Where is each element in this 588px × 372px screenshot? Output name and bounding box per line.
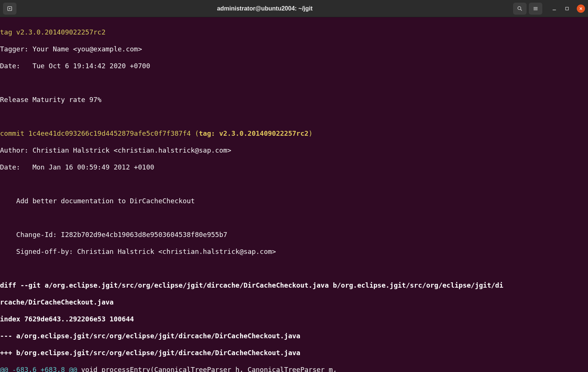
terminal-output[interactable]: tag v2.3.0.201409022257rc2 Tagger: Your … bbox=[0, 17, 588, 372]
svg-line-4 bbox=[521, 9, 522, 10]
commit-tag-ref: tag: v2.3.0.201409022257rc2 bbox=[199, 129, 309, 137]
diff-header-line2: rcache/DirCacheCheckout.java bbox=[0, 298, 588, 307]
minus-file-line: --- a/org.eclipse.jgit/src/org/eclipse/j… bbox=[0, 332, 588, 340]
tag-date-line: Date: Tue Oct 6 19:14:42 2020 +0700 bbox=[0, 62, 588, 70]
signed-off-line: Signed-off-by: Christian Halstrick <chri… bbox=[0, 248, 588, 256]
commit-msg-title: Add better documentation to DirCacheChec… bbox=[0, 197, 588, 206]
plus-file-line: +++ b/org.eclipse.jgit/src/org/eclipse/j… bbox=[0, 349, 588, 357]
new-tab-button[interactable] bbox=[3, 3, 16, 15]
hunk1-range: @@ -683,6 +683,8 @@ bbox=[0, 366, 77, 372]
paren-open: ( bbox=[195, 129, 199, 137]
window-title: administrator@ubuntu2004: ~/jgit bbox=[16, 5, 513, 12]
author-line: Author: Christian Halstrick <christian.h… bbox=[0, 146, 588, 155]
commit-hash: commit 1c4ee41dc093266c19d4452879afe5c0f… bbox=[0, 129, 195, 137]
index-line: index 7629de643..292206e53 100644 bbox=[0, 315, 588, 324]
commit-msg-blank bbox=[0, 214, 588, 222]
hunk1-ctx: void processEntry(CanonicalTreeParser h,… bbox=[77, 366, 337, 372]
close-button[interactable] bbox=[577, 4, 585, 13]
menu-button[interactable] bbox=[529, 3, 542, 15]
svg-rect-9 bbox=[566, 7, 569, 10]
diff-header-line1: diff --git a/org.eclipse.jgit/src/org/ec… bbox=[0, 281, 588, 290]
maximize-button[interactable] bbox=[564, 6, 570, 12]
tag-line: tag v2.3.0.201409022257rc2 bbox=[0, 28, 588, 37]
commit-line: commit 1c4ee41dc093266c19d4452879afe5c0f… bbox=[0, 129, 588, 138]
hunk1-header: @@ -683,6 +683,8 @@ void processEntry(Ca… bbox=[0, 366, 588, 372]
release-line: Release Maturity rate 97% bbox=[0, 96, 588, 104]
change-id-line: Change-Id: I282b702d9e4cb19063d8e9503604… bbox=[0, 231, 588, 239]
paren-close: ) bbox=[309, 129, 313, 137]
titlebar: administrator@ubuntu2004: ~/jgit bbox=[0, 0, 588, 17]
commit-date-line: Date: Mon Jan 16 00:59:49 2012 +0100 bbox=[0, 163, 588, 172]
tagger-line: Tagger: Your Name <you@example.com> bbox=[0, 45, 588, 54]
minimize-button[interactable] bbox=[551, 6, 557, 12]
search-button[interactable] bbox=[513, 3, 527, 15]
svg-point-3 bbox=[518, 6, 521, 9]
